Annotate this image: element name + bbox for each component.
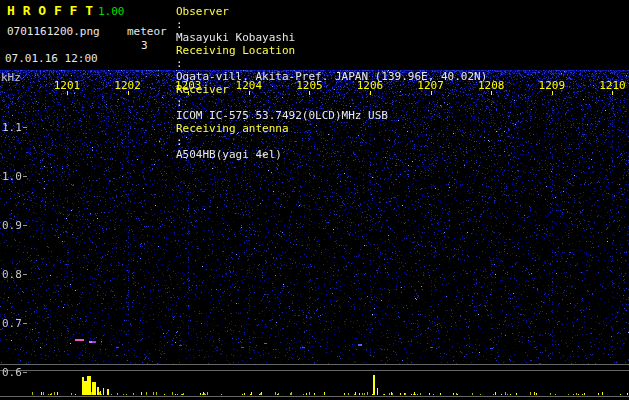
signal-spike — [100, 391, 101, 395]
meteor-echo-mark — [179, 345, 182, 346]
freq-tick-label: 1.1 — [2, 121, 22, 134]
app-version: 1.00 — [98, 5, 125, 18]
freq-tick-mark — [23, 225, 27, 226]
meteor-echo-mark — [241, 347, 244, 348]
meteor-echo-mark — [264, 343, 267, 344]
time-tick-mark — [431, 91, 432, 95]
info-value: Masayuki Kobayashi — [176, 31, 487, 44]
freq-tick-label: 1.0 — [2, 170, 22, 183]
output-filename: 0701161200.png — [7, 25, 100, 38]
info-separator: : — [176, 57, 487, 70]
time-tick-mark — [128, 91, 129, 95]
time-tick-mark — [309, 91, 310, 95]
divider-line-bottom — [0, 396, 629, 397]
freq-tick-label: 0.9 — [2, 219, 22, 232]
info-label: Receiving Location — [176, 44, 298, 57]
signal-spike — [107, 389, 109, 395]
meteor-echo-mark — [358, 344, 362, 346]
freq-tick-mark — [23, 127, 27, 128]
hrofft-window: H R O F F T 1.00 0701161200.png meteor 3… — [0, 0, 629, 400]
info-separator: : — [176, 135, 487, 148]
freq-tick-label: 0.8 — [2, 268, 22, 281]
freq-tick-mark — [23, 323, 27, 324]
signal-spike — [97, 387, 99, 395]
info-label: Observer — [176, 5, 298, 18]
time-tick-mark — [370, 91, 371, 95]
time-tick-mark — [67, 91, 68, 95]
signal-spike — [373, 375, 375, 395]
freq-tick-label: 0.7 — [2, 317, 22, 330]
freq-tick-mark — [23, 176, 27, 177]
info-row: Receiving antenna: A504HB(yagi 4el) — [176, 122, 487, 161]
info-row: Receiving Location: Ogata-vill. Akita-Pr… — [176, 44, 487, 83]
time-tick-mark — [612, 91, 613, 95]
meteor-echo-mark — [116, 347, 119, 348]
time-tick-mark — [188, 91, 189, 95]
divider-line-mid — [0, 370, 629, 371]
signal-spike — [103, 388, 104, 395]
meteor-echo-mark — [75, 339, 84, 341]
info-separator: : — [176, 96, 487, 109]
meteor-echo-mark — [430, 347, 433, 348]
info-value: A504HB(yagi 4el) — [176, 148, 487, 161]
divider-line-top — [0, 364, 629, 365]
freq-axis-unit-label: kHz — [1, 71, 21, 84]
datetime-label: 07.01.16 12:00 — [5, 52, 98, 65]
meteor-count: 3 — [141, 39, 148, 52]
signal-spike — [377, 388, 378, 395]
freq-tick-label: 0.6 — [2, 366, 22, 379]
info-separator: : — [176, 18, 487, 31]
mode-label: meteor — [127, 25, 167, 38]
meteor-echo-mark — [89, 341, 92, 343]
meteor-echo-mark — [92, 341, 96, 343]
freq-tick-mark — [23, 274, 27, 275]
info-value: ICOM IC-575 53.7492(0LCD)MHz USB — [176, 109, 487, 122]
meteor-echo-mark — [490, 348, 493, 349]
info-label: Receiving antenna — [176, 122, 298, 135]
time-tick-mark — [249, 91, 250, 95]
info-row: Observer: Masayuki Kobayashi — [176, 5, 487, 44]
meteor-echo-mark — [302, 347, 305, 348]
app-title: H R O F F T — [7, 3, 93, 18]
time-tick-mark — [552, 91, 553, 95]
signal-spike — [92, 382, 96, 395]
time-tick-mark — [491, 91, 492, 95]
freq-tick-mark — [23, 372, 27, 373]
